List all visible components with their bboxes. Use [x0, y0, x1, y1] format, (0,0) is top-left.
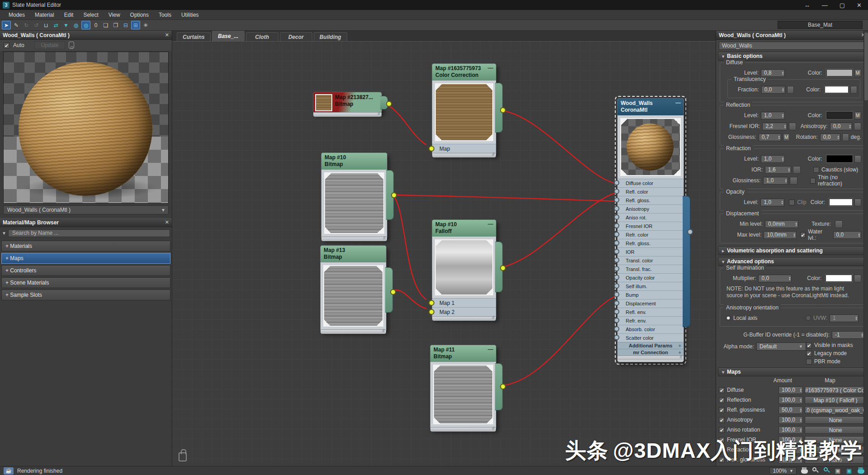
material-input-slot[interactable]: Refl. env. — [618, 308, 684, 316]
node-footer-row[interactable]: Additional Params + — [618, 342, 684, 349]
output-socket[interactable] — [500, 107, 506, 113]
node-input-slot[interactable]: Map 2 — [432, 307, 496, 316]
node-color-correction[interactable]: Map #1635775973 Color Correction — Map — [432, 63, 496, 155]
map-amount-spinner[interactable]: 100,0 ▴▾ — [778, 416, 803, 424]
input-socket[interactable] — [614, 249, 619, 254]
translucency-color-map-button[interactable] — [850, 86, 857, 94]
material-input-slot[interactable]: Diffuse color — [618, 179, 684, 187]
ior-spinner[interactable]: 1,6 ▴▾ — [765, 166, 791, 174]
dock-icon[interactable]: ↔ — [804, 2, 810, 9]
input-socket[interactable] — [614, 232, 619, 237]
material-input-slot[interactable]: Absorb. color — [618, 325, 684, 333]
select-tool-icon[interactable]: ➤ — [2, 21, 11, 29]
input-socket[interactable] — [614, 275, 619, 280]
browser-list-item[interactable]: + Controllers — [1, 265, 170, 276]
show-background-icon[interactable]: ▼ — [61, 21, 71, 29]
auto-update-preview-icon[interactable]: ↺ — [32, 21, 41, 29]
node-falloff[interactable]: Map #10 Falloff — Map 1 Map 2 — [432, 219, 496, 319]
zoom-icon[interactable] — [812, 467, 819, 474]
output-socket[interactable] — [500, 265, 506, 271]
anisotropy-spinner[interactable]: 0,0 ▴▾ — [830, 123, 852, 130]
show-end-result-icon[interactable]: ◍ — [81, 21, 90, 29]
material-name-input[interactable]: Wood_Walls — [719, 42, 865, 50]
view-tab[interactable]: Base_... — [212, 31, 245, 41]
search-options-icon[interactable]: ▼ — [2, 231, 6, 236]
auto-checkbox[interactable]: ✔ — [4, 43, 9, 48]
input-socket[interactable] — [614, 326, 619, 332]
map-enable-checkbox[interactable]: ✔ — [719, 407, 725, 413]
node-corona-material[interactable]: Wood_Walls CoronaMtl — Diffuse color Ref… — [617, 98, 684, 362]
reflection-level-spinner[interactable]: 1,0 ▴▾ — [761, 112, 785, 119]
node-map10-bitmap[interactable]: Map #10 Bitmap — [321, 152, 387, 239]
pin-preview-icon[interactable] — [69, 42, 74, 49]
close-icon[interactable]: ✕ — [165, 32, 169, 38]
water-level-spinner[interactable]: 0,0 ▴▾ — [833, 231, 861, 239]
collapse-node-icon[interactable]: — — [488, 221, 493, 228]
preview-caption-bar[interactable]: Wood_Walls ( CoronaMtl ) ▾ — [3, 205, 169, 214]
view-tab[interactable]: Cloth — [246, 32, 278, 41]
menu-item[interactable]: Modes — [4, 11, 30, 19]
input-socket[interactable] — [614, 283, 619, 289]
input-socket[interactable] — [614, 318, 619, 323]
pbr-mode-checkbox[interactable]: ✔ — [806, 359, 812, 365]
chevron-down-icon[interactable]: ▾ — [162, 207, 165, 213]
node-map13-bitmap[interactable]: Map #13 Bitmap — [320, 245, 387, 332]
rotation-spinner[interactable]: 0,0 ▴▾ — [820, 133, 840, 141]
map-enable-checkbox[interactable]: ✔ — [719, 397, 725, 403]
translucency-color-swatch[interactable] — [825, 86, 848, 93]
map-slot-button[interactable]: Map #10 ( Falloff ) — [805, 396, 866, 404]
material-input-slot[interactable]: Refr. env. — [618, 316, 684, 325]
browser-list-item[interactable]: + Materials — [1, 241, 170, 252]
utilities-icon[interactable]: ✳ — [141, 21, 150, 29]
zoom-extents-selected-icon[interactable]: ▣ — [846, 467, 853, 474]
hide-unused-nodeslots-icon[interactable]: ⇄ — [52, 21, 61, 29]
zoom-level-dropdown[interactable]: 100% ▼ — [769, 467, 797, 475]
minimize-button[interactable]: — — [822, 2, 828, 9]
material-name-field[interactable]: Base_Mat — [778, 21, 863, 29]
browser-list-item[interactable]: + Scene Materials — [1, 277, 170, 288]
map-slot-button[interactable]: .0 (cgsmap_wood_oak_006_refle — [805, 406, 866, 414]
uvw-spinner[interactable]: 1 ▴▾ — [830, 314, 859, 322]
fresnel-ior-spinner[interactable]: 2,2 ▴▾ — [762, 123, 787, 130]
displacement-texture-button[interactable] — [835, 220, 843, 228]
reflection-color-swatch[interactable] — [826, 112, 853, 119]
browser-list-item[interactable]: + Sample Slots — [1, 290, 170, 300]
visible-in-masks-checkbox[interactable]: ✔ — [806, 342, 812, 348]
view-tab[interactable]: Building — [314, 32, 347, 41]
pick-material-icon[interactable]: ✎ — [12, 21, 21, 29]
expand-icon[interactable]: + — [679, 343, 681, 348]
anisotropy-map-button[interactable] — [854, 123, 861, 130]
input-socket[interactable] — [429, 146, 434, 152]
output-socket[interactable] — [386, 101, 392, 107]
map-slot-button[interactable]: #1635775973 ( Color Correctio — [805, 386, 866, 394]
material-output-socket[interactable] — [687, 229, 693, 235]
collapse-node-icon[interactable]: — — [488, 346, 493, 353]
selfillum-color-swatch[interactable] — [826, 275, 852, 282]
input-socket[interactable] — [614, 223, 619, 228]
material-input-slot[interactable]: IOR — [618, 247, 684, 256]
collapse-node-icon[interactable]: — — [488, 65, 493, 71]
show-shaded-material-icon[interactable]: ◍ — [71, 21, 80, 29]
input-socket[interactable] — [614, 189, 619, 194]
node-bitmap-213827[interactable]: Map #213827... Bitmap — [313, 92, 382, 113]
rollout-maps[interactable]: ▾ Maps — [718, 367, 866, 376]
input-socket[interactable] — [614, 240, 619, 246]
diffuse-color-map-button[interactable]: M — [854, 69, 861, 77]
gbuffer-id-spinner[interactable]: -1 ▴▾ — [832, 331, 864, 339]
node-input-slot[interactable]: Map 1 — [432, 298, 496, 307]
material-input-slot[interactable]: Bump — [618, 290, 684, 299]
input-socket[interactable] — [429, 309, 434, 315]
material-input-slot[interactable]: Scatter color — [618, 333, 684, 342]
material-input-slot[interactable]: Self illum. — [618, 282, 684, 290]
update-preview-icon[interactable]: ↻ — [22, 21, 31, 29]
input-socket[interactable] — [614, 257, 619, 263]
map-amount-spinner[interactable]: 100,0 ▴▾ — [778, 396, 803, 404]
menu-item[interactable]: Material — [30, 11, 59, 19]
input-socket[interactable] — [614, 197, 619, 203]
layout-children-icon[interactable]: ❐ — [111, 21, 120, 29]
refraction-glossiness-spinner[interactable]: 1,0 ▴▾ — [763, 177, 788, 185]
collapse-node-icon[interactable]: — — [675, 100, 681, 106]
displacement-min-spinner[interactable]: 0,0mm ▴▾ — [765, 220, 798, 228]
node-footer-row[interactable]: mr Connection + — [618, 349, 684, 356]
delete-selected-icon[interactable]: ⊔ — [42, 21, 51, 29]
